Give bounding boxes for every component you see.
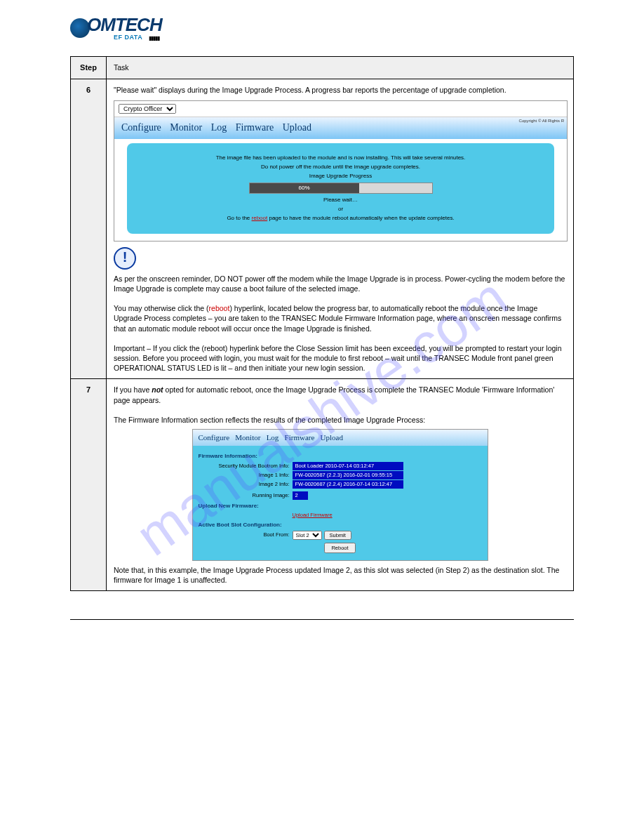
bootfrom-select[interactable]: Slot 2 (293, 531, 322, 540)
submit-button[interactable]: Submit (324, 531, 351, 540)
brand-bars: ▮▮▮▮▮ (149, 35, 159, 41)
role-bar: Crypto Officer (114, 101, 567, 117)
embedded-firmware-info-ui: Configure Monitor Log Firmware Upload Fi… (192, 429, 488, 561)
img1-value: FW-0020587 (2.2.3) 2016-02-01 09:55:15 (293, 471, 403, 479)
p2-link: reboot (209, 304, 230, 312)
step-task-table: Step Task 6 "Please wait" displays durin… (70, 56, 574, 591)
brand-sub-text: EF DATA (114, 34, 142, 41)
p2-pre: You may otherwise click the ( (114, 304, 209, 312)
role-select[interactable]: Crypto Officer (119, 104, 176, 114)
fw-nav-bar: Configure Monitor Log Firmware Upload (193, 430, 488, 446)
step6-intro: "Please wait" displays during the Image … (114, 85, 566, 95)
step-number: 7 (71, 379, 107, 591)
step7-intro: If you have not opted for automatic rebo… (114, 385, 566, 404)
bootfrom-label: Boot From: (199, 531, 293, 538)
step7-below: Note that, in this example, the Image Up… (114, 565, 566, 585)
running-value: 2 (293, 491, 308, 500)
brand-main-text: OMTECH (87, 14, 162, 35)
nav-monitor[interactable]: Monitor (170, 122, 202, 133)
upgrade-progress-panel: The image file has been uploaded to the … (127, 143, 554, 234)
brand-logo: OMTECH EF DATA ▮▮▮▮▮ (70, 14, 175, 49)
panel-reboot-post: page to have the module reboot automatic… (267, 215, 454, 221)
panel-reboot-pre: Go to the (227, 215, 251, 221)
fw-section-firmware: Firmware Information: (199, 453, 482, 461)
i-pre: If you have (114, 385, 152, 394)
nav-configure[interactable]: Configure (121, 122, 161, 133)
table-row: 7 If you have not opted for automatic re… (71, 379, 574, 591)
copyright-text: Copyright © All Rights R (519, 119, 564, 123)
step6-para2: You may otherwise click the (reboot) hyp… (114, 303, 566, 333)
step-number: 6 (71, 79, 107, 379)
fw-section-active: Active Boot Slot Configuration: (199, 522, 482, 529)
fw-body: Firmware Information: Security Module Bo… (193, 446, 488, 560)
step-task-cell: If you have not opted for automatic rebo… (107, 379, 574, 591)
nav-firmware[interactable]: Firmware (236, 122, 274, 133)
fw-row-bootrom: Security Module Bootrom Info: Boot Loade… (199, 462, 482, 470)
i-post: opted for automatic reboot, once the Ima… (114, 385, 554, 404)
fw-row-img1: Image 1 Info: FW-0020587 (2.2.3) 2016-02… (199, 471, 482, 479)
running-label: Running Image: (199, 492, 293, 499)
panel-header: Image Upgrade Progress (148, 173, 533, 180)
step7-intro2: The Firmware Information section reflect… (114, 415, 566, 425)
table-row: 6 "Please wait" displays during the Imag… (71, 79, 574, 379)
bootrom-label: Security Module Bootrom Info: (199, 463, 293, 470)
page-footer-rule (70, 619, 574, 623)
nav-bar: Configure Monitor Log Firmware Upload Co… (114, 117, 567, 139)
fw-nav-upload[interactable]: Upload (321, 433, 343, 442)
fw-row-running: Running Image: 2 (199, 491, 482, 500)
img2-value: FW-0020687 (2.2.4) 2016-07-14 03:12:47 (293, 480, 403, 489)
img2-label: Image 2 Info: (199, 481, 293, 488)
fw-section-upload: Upload New Firmware: (199, 503, 482, 510)
header-task: Task (107, 57, 574, 79)
fw-nav-monitor[interactable]: Monitor (235, 433, 260, 442)
panel-line1: The image file has been uploaded to the … (148, 154, 533, 162)
nav-log[interactable]: Log (211, 122, 227, 133)
panel-reboot-link[interactable]: reboot (252, 215, 268, 221)
panel-reboot-line: Go to the reboot page to have the module… (148, 215, 533, 223)
reboot-button[interactable]: Reboot (324, 543, 355, 553)
embedded-upload-progress-ui: Crypto Officer Configure Monitor Log Fir… (114, 100, 568, 241)
step6-para3: Important – If you click the (reboot) hy… (114, 343, 566, 373)
panel-wait: Please wait… (148, 197, 533, 204)
bootrom-value: Boot Loader 2010-07-14 03:12:47 (293, 462, 403, 470)
progress-fill: 60% (250, 183, 359, 193)
fw-nav-configure[interactable]: Configure (199, 433, 230, 442)
panel-or: or (148, 206, 533, 213)
fw-nav-log[interactable]: Log (267, 433, 279, 442)
i-em: not (152, 385, 163, 394)
caution-icon: ! (114, 247, 136, 270)
panel-line2: Do not power off the module until the im… (148, 164, 533, 171)
header-step: Step (71, 57, 107, 79)
fw-nav-firmware[interactable]: Firmware (285, 433, 315, 442)
progress-bar: 60% (249, 183, 433, 194)
nav-upload[interactable]: Upload (283, 122, 311, 133)
fw-row-upload: Upload Firmware (199, 512, 482, 519)
step6-caution: As per the onscreen reminder, DO NOT pow… (114, 274, 566, 293)
step-task-cell: "Please wait" displays during the Image … (107, 79, 574, 379)
img1-label: Image 1 Info: (199, 472, 293, 479)
fw-row-img2: Image 2 Info: FW-0020687 (2.2.4) 2016-07… (199, 480, 482, 489)
fw-row-reboot: Reboot (199, 543, 482, 553)
upload-firmware-link[interactable]: Upload Firmware (293, 512, 333, 519)
fw-row-bootfrom: Boot From: Slot 2 Submit (199, 531, 482, 540)
table-header-row: Step Task (71, 57, 574, 79)
